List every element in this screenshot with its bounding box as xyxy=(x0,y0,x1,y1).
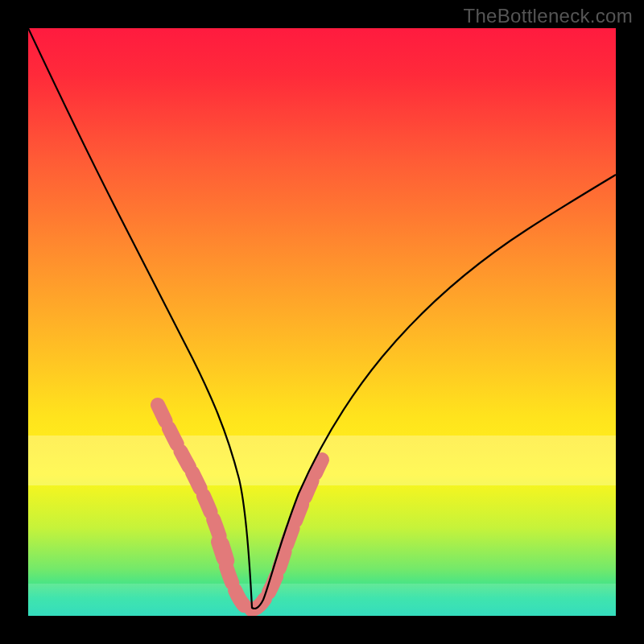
curve-highlight-right xyxy=(287,460,322,545)
bottleneck-curve xyxy=(28,28,616,616)
watermark-text: TheBottleneck.com xyxy=(463,5,633,27)
curve-highlight-left-upper xyxy=(158,405,192,473)
chart-plot-area xyxy=(28,28,616,616)
curve-main xyxy=(28,28,616,609)
